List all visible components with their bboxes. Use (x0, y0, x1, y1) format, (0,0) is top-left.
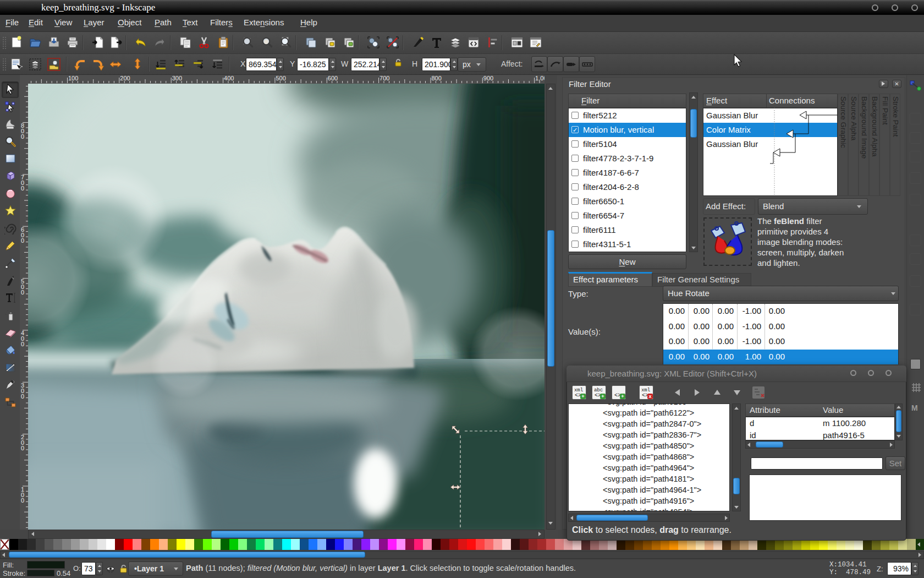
svg-text:0: 0 (21, 341, 24, 347)
svg-text:+: + (601, 394, 604, 399)
svg-text:700: 700 (380, 75, 389, 81)
svg-text:100: 100 (68, 75, 78, 81)
svg-text:0: 0 (21, 237, 24, 244)
svg-text:400: 400 (224, 75, 234, 81)
svg-text:0: 0 (21, 133, 24, 140)
svg-text:900: 900 (483, 75, 493, 81)
svg-text:0: 0 (21, 393, 24, 400)
svg-text:0: 0 (21, 289, 24, 296)
svg-text:500: 500 (276, 75, 285, 81)
svg-text:+: + (581, 394, 584, 399)
svg-text:600: 600 (328, 75, 338, 81)
svg-text:800: 800 (432, 75, 442, 81)
svg-text:+: + (621, 394, 624, 399)
svg-text:1,000: 1,000 (535, 75, 544, 81)
svg-text:300: 300 (172, 75, 182, 81)
svg-text:x: x (648, 394, 651, 399)
svg-text:0: 0 (21, 497, 24, 504)
svg-text:0: 0 (21, 445, 24, 451)
svg-text:200: 200 (120, 75, 130, 81)
svg-text:0: 0 (21, 185, 24, 192)
